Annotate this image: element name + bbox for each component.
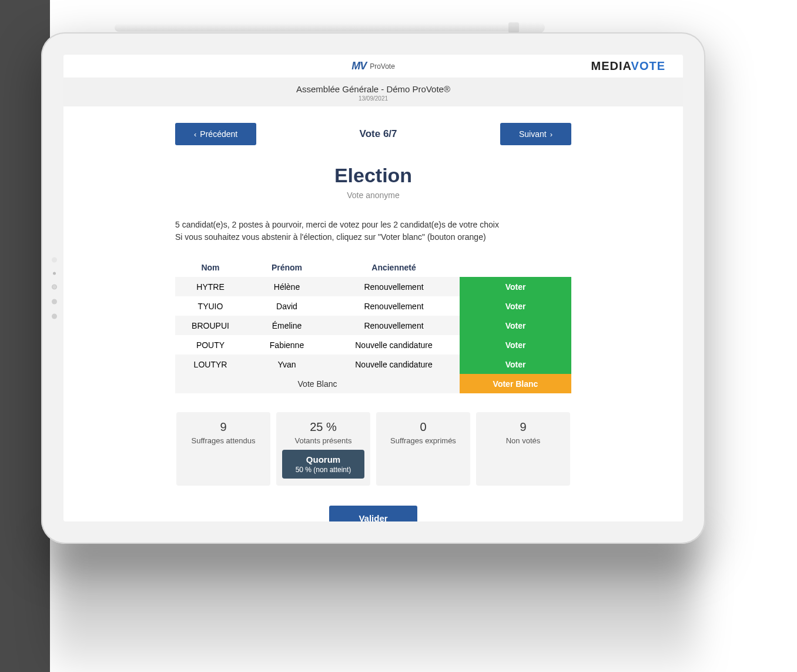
page-subtitle: Vote anonyme <box>175 190 571 200</box>
stat-notvoted-value: 9 <box>482 420 564 434</box>
candidates-table: Nom Prénom Ancienneté HYTREHélèneRenouve… <box>175 258 571 393</box>
subheader: Assemblée Générale - Démo ProVote® 13/09… <box>63 78 683 106</box>
stat-expected-value: 9 <box>182 420 264 434</box>
app-name: ProVote <box>370 62 395 71</box>
cell-prenom: Yvan <box>246 360 328 369</box>
stat-present-value: 25 % <box>282 420 364 434</box>
chevron-left-icon: ‹ <box>194 130 196 139</box>
table-row: LOUTYRYvanNouvelle candidatureVoter <box>175 355 571 374</box>
screen: MV ProVote MEDIAVOTE Assemblée Générale … <box>63 55 683 521</box>
blank-vote-label: Vote Blanc <box>175 379 460 389</box>
cell-nom: BROUPUI <box>175 321 246 330</box>
stat-notvoted-label: Non votés <box>482 436 564 445</box>
cell-prenom: Émeline <box>246 321 328 330</box>
cell-nom: HYTRE <box>175 282 246 292</box>
instruction-line-1: 5 candidat(e)s, 2 postes à pourvoir, mer… <box>175 219 571 231</box>
blank-vote-row: Vote Blanc Voter Blanc <box>175 374 571 393</box>
cell-prenom: Hélène <box>246 282 328 292</box>
cell-nom: LOUTYR <box>175 360 246 369</box>
assembly-title: Assemblée Générale - Démo ProVote® <box>63 84 683 94</box>
stat-expressed-label: Suffrages exprimés <box>382 436 464 445</box>
stat-present-label: Votants présents <box>282 436 364 445</box>
cell-anciennete: Renouvellement <box>328 282 460 292</box>
cell-nom: TYUIO <box>175 302 246 311</box>
vote-blank-button[interactable]: Voter Blanc <box>460 374 571 393</box>
instructions: 5 candidat(e)s, 2 postes à pourvoir, mer… <box>175 219 571 243</box>
cell-prenom: Fabienne <box>246 340 328 350</box>
brand-logo: MEDIAVOTE <box>591 59 665 73</box>
prev-button-label: Précédent <box>200 129 237 139</box>
stat-present: 25 % Votants présents Quorum 50 % (non a… <box>276 412 370 486</box>
cell-anciennete: Nouvelle candidature <box>328 340 460 350</box>
table-row: HYTREHélèneRenouvellementVoter <box>175 277 571 296</box>
validate-button[interactable]: Valider <box>329 506 417 521</box>
table-row: BROUPUIÉmelineRenouvellementVoter <box>175 316 571 335</box>
next-button[interactable]: Suivant › <box>500 123 571 145</box>
stat-expressed: 0 Suffrages exprimés <box>376 412 470 486</box>
tablet-frame: MV ProVote MEDIAVOTE Assemblée Générale … <box>41 32 705 544</box>
vote-button[interactable]: Voter <box>460 316 571 335</box>
prev-button[interactable]: ‹ Précédent <box>175 123 256 145</box>
vote-button[interactable]: Voter <box>460 335 571 355</box>
quorum-title: Quorum <box>292 454 355 464</box>
header-prenom: Prénom <box>246 263 328 272</box>
stat-expected: 9 Suffrages attendus <box>176 412 270 486</box>
vote-button[interactable]: Voter <box>460 296 571 316</box>
stat-expected-label: Suffrages attendus <box>182 436 264 445</box>
cell-nom: POUTY <box>175 340 246 350</box>
page-title: Election <box>175 164 571 187</box>
topbar: MV ProVote MEDIAVOTE <box>63 55 683 78</box>
header-nom: Nom <box>175 263 246 272</box>
quorum-badge: Quorum 50 % (non atteint) <box>282 450 364 479</box>
quorum-sub: 50 % (non atteint) <box>292 466 355 474</box>
header-anciennete: Ancienneté <box>328 263 460 272</box>
app-logo-icon: MV <box>351 60 366 72</box>
table-header-row: Nom Prénom Ancienneté <box>175 258 571 277</box>
cell-anciennete: Nouvelle candidature <box>328 360 460 369</box>
stats-row: 9 Suffrages attendus 25 % Votants présen… <box>175 412 571 486</box>
table-row: POUTYFabienneNouvelle candidatureVoter <box>175 335 571 355</box>
stat-expressed-value: 0 <box>382 420 464 434</box>
stat-notvoted: 9 Non votés <box>476 412 570 486</box>
chevron-right-icon: › <box>550 130 552 139</box>
vote-counter: Vote 6/7 <box>360 128 397 140</box>
assembly-date: 13/09/2021 <box>63 95 683 102</box>
page-shadow-bottom <box>50 538 696 672</box>
table-row: TYUIODavidRenouvellementVoter <box>175 296 571 316</box>
next-button-label: Suivant <box>519 129 547 139</box>
vote-button[interactable]: Voter <box>460 277 571 296</box>
cell-anciennete: Renouvellement <box>328 302 460 311</box>
cell-prenom: David <box>246 302 328 311</box>
cell-anciennete: Renouvellement <box>328 321 460 330</box>
instruction-line-2: Si vous souhaitez vous abstenir à l'élec… <box>175 231 571 243</box>
tablet-camera-dots <box>52 258 57 319</box>
vote-button[interactable]: Voter <box>460 355 571 374</box>
